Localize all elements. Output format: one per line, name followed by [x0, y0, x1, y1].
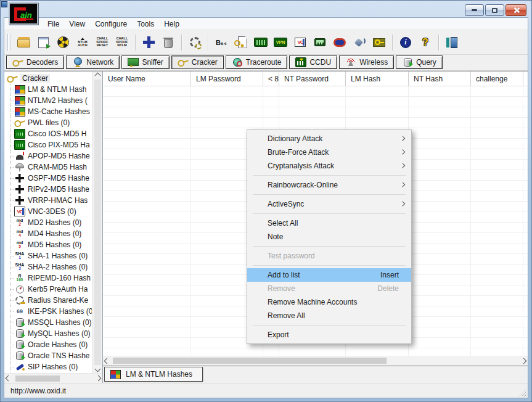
toolbar-button[interactable]: VPN — [271, 33, 290, 52]
column-header-8[interactable]: < 8 — [263, 72, 279, 86]
toolbar-button[interactable]: ? — [416, 33, 435, 52]
scrollbar-thumb[interactable] — [94, 80, 101, 365]
tree-item-apop-md5-hashe[interactable]: APOP-MD5 Hashe — [4, 150, 92, 162]
toolbar-button[interactable]: CHALL SPOOF NTLM — [113, 33, 131, 52]
scroll-right-icon[interactable] — [521, 358, 527, 364]
toolbar-button[interactable] — [159, 33, 178, 52]
context-menu-item-remove-all[interactable]: Remove All — [247, 309, 411, 322]
tree-item-cisco-pix-md5-ha[interactable]: Cisco PIX-MD5 Ha — [4, 139, 92, 150]
tab-traceroute[interactable]: Traceroute — [226, 55, 288, 69]
restore-button[interactable] — [485, 4, 504, 16]
tree-item-vnc-3des-0[interactable]: VC VNC-3DES (0) — [4, 206, 92, 217]
tree-item-sip-hashes-0[interactable]: SIP Hashes (0) — [4, 361, 92, 372]
toolbar-button[interactable] — [252, 33, 270, 52]
context-menu-item-remove-machine-accounts[interactable]: Remove Machine Accounts — [247, 295, 411, 309]
tree-item-ms-cache-hashes[interactable]: MS-Cache Hashes — [4, 106, 92, 117]
menu-file[interactable]: File — [43, 18, 64, 30]
context-menu-item-select-all[interactable]: Select All — [247, 216, 411, 230]
close-button[interactable] — [505, 4, 526, 16]
tab-network[interactable]: Network — [66, 55, 120, 69]
context-menu-item-test-password[interactable]: Test password — [247, 249, 411, 263]
toolbar-button[interactable]: i — [396, 33, 415, 52]
column-header-nt-hash[interactable]: NT Hash — [409, 72, 471, 86]
tree-item-cisco-ios-md5-h[interactable]: Cisco IOS-MD5 H — [4, 128, 92, 139]
scrollbar-thumb[interactable] — [113, 358, 387, 364]
toolbar-button[interactable] — [330, 33, 349, 52]
tab-sniffer[interactable]: Sniffer — [121, 55, 169, 69]
context-menu-item-note[interactable]: Note — [247, 230, 411, 244]
tree-item-kerb5-preauth-ha[interactable]: Kerb5 PreAuth Ha — [4, 284, 92, 295]
menu-view[interactable]: View — [64, 18, 90, 30]
tab-query[interactable]: Query — [396, 55, 443, 69]
tree-item-md4-hashes-0[interactable]: md4 MD4 Hashes (0) — [4, 228, 92, 239]
tab-cracker[interactable]: Cracker — [171, 55, 224, 69]
tree-item-mysql-hashes-0[interactable]: MySQL Hashes (0) — [4, 328, 92, 339]
titlebar[interactable] — [0, 0, 532, 17]
toolbar-button[interactable]: B₆₄ — [212, 33, 231, 52]
resize-grip-icon[interactable] — [519, 389, 526, 396]
context-menu-item-rainbowcrack-online[interactable]: Rainbowcrack-Online — [247, 178, 411, 192]
tree-item-ripv2-md5-hashe[interactable]: RIPv2-MD5 Hashe — [4, 184, 92, 195]
context-menu-item-remove[interactable]: Remove Delete — [247, 282, 411, 295]
tree-item-ospf-md5-hashe[interactable]: OSPF-MD5 Hashe — [4, 173, 92, 184]
tree-item-sha-1-hashes-0[interactable]: SHA1 SHA-1 Hashes (0) — [4, 250, 92, 261]
tree-root-cracker[interactable]: Cracker — [4, 73, 92, 84]
toolbar-button[interactable] — [14, 33, 33, 52]
tree-item-radius-shared-ke[interactable]: Radius Shared-Ke — [4, 295, 92, 306]
tree-item-mssql-hashes-0[interactable]: MSSQL Hashes (0) — [4, 317, 92, 328]
tab-decoders[interactable]: Decoders — [6, 55, 64, 69]
tree-item-sha-2-hashes-0[interactable]: SHA2 SHA-2 Hashes (0) — [4, 261, 92, 273]
toolbar-button[interactable] — [350, 33, 369, 52]
menu-configure[interactable]: Configure — [90, 18, 132, 30]
tree-item-vrrp-hmac-has[interactable]: VRRP-HMAC Has — [4, 195, 92, 206]
column-header-nt-password[interactable]: NT Password — [279, 72, 346, 86]
toolbar-button[interactable] — [139, 33, 158, 52]
sidebar-vertical-scrollbar[interactable] — [92, 72, 102, 373]
main-horizontal-scrollbar[interactable] — [103, 356, 528, 366]
scroll-up-icon[interactable] — [94, 73, 100, 79]
toolbar-button[interactable] — [370, 33, 388, 52]
tree-item-oracle-hashes-0[interactable]: Oracle Hashes (0) — [4, 339, 92, 350]
scroll-left-icon[interactable] — [6, 375, 12, 382]
tab-wireless[interactable]: Wireless — [339, 55, 394, 69]
tree-item-oracle-tns-hashe[interactable]: Oracle TNS Hashe — [4, 350, 92, 361]
minimize-button[interactable] — [465, 4, 484, 16]
column-header-challenge[interactable]: challenge — [471, 72, 523, 86]
column-header-lm-hash[interactable]: LM Hash — [346, 72, 409, 86]
toolbar-button[interactable] — [311, 33, 329, 52]
context-menu-item-brute-force-attack[interactable]: Brute-Force Attack — [247, 146, 411, 159]
tree-item-ike-psk-hashes-0[interactable]: 69 IKE-PSK Hashes (0 — [4, 306, 92, 317]
tree-item-ntlmv2-hashes[interactable]: NTLMv2 Hashes ( — [4, 95, 92, 106]
column-header-lm-password[interactable]: LM Password — [191, 72, 263, 86]
context-menu-item-cryptanalysis-attack[interactable]: Cryptanalysis Attack — [247, 159, 411, 173]
context-menu-item-activesync[interactable]: ActiveSync — [247, 197, 411, 211]
scroll-down-icon[interactable] — [94, 366, 100, 372]
tree-item-md5-hashes-0[interactable]: md5 MD5 Hashes (0) — [4, 239, 92, 250]
menu-tools[interactable]: Tools — [132, 18, 159, 30]
context-menu-item-add-to-list[interactable]: Add to list Insert — [247, 268, 411, 282]
menu-help[interactable]: Help — [159, 18, 184, 30]
toolbar-button[interactable]: VC — [291, 33, 309, 52]
tree-item-pwl-files-0[interactable]: PWL files (0) — [4, 117, 92, 128]
toolbar-button[interactable]: NTLM AUTH — [73, 33, 92, 52]
system-menu-icon[interactable] — [1, 1, 7, 7]
tree-item-cram-md5-hash[interactable]: CRAM-MD5 Hash — [4, 162, 92, 173]
tree-item-md2-hashes-0[interactable]: md2 MD2 Hashes (0) — [4, 217, 92, 228]
column-header-user-name[interactable]: User Name — [103, 72, 191, 86]
tree-item-ripemd-160-hash[interactable]: R160 RIPEMD-160 Hash — [4, 273, 92, 284]
toolbar-button[interactable] — [443, 33, 461, 52]
bottom-tab-lm-ntlm-hashes[interactable]: LM & NTLM Hashes — [104, 367, 203, 382]
context-menu-item-dictionary-attack[interactable]: Dictionary Attack — [247, 132, 411, 146]
tab-ccdu[interactable]: CCDU — [289, 55, 337, 69]
toolbar-button[interactable] — [54, 33, 72, 52]
scrollbar-thumb[interactable] — [15, 375, 60, 382]
scroll-left-icon[interactable] — [104, 358, 110, 364]
scroll-right-icon[interactable] — [96, 375, 102, 382]
sidebar-horizontal-scrollbar[interactable] — [4, 373, 102, 383]
tree-item-lm-ntlm-hash[interactable]: LM & NTLM Hash — [4, 84, 92, 95]
toolbar-gripper[interactable] — [7, 34, 11, 51]
toolbar-button[interactable]: CHALL SPOOF RESET — [93, 33, 112, 52]
context-menu-item-export[interactable]: Export — [247, 328, 411, 342]
toolbar-button[interactable] — [186, 33, 204, 52]
toolbar-button[interactable] — [232, 33, 250, 52]
